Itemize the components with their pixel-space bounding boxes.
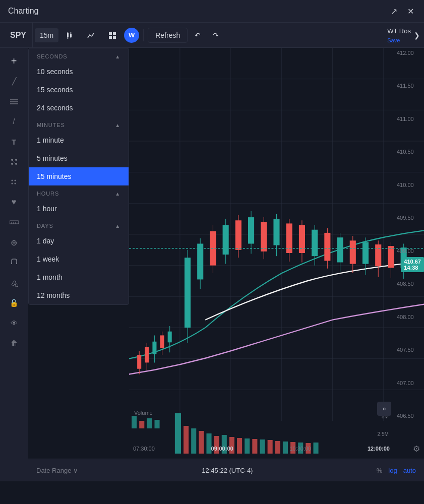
heart-tool-btn[interactable]: ♥ [5,193,23,211]
candlestick-chart [129,48,424,421]
price-4075: 407.50 [397,347,421,353]
svg-rect-82 [350,240,356,264]
delete-tool-btn[interactable]: 🗑 [5,334,23,352]
days-chevron: ▲ [115,223,120,229]
seconds-section-header[interactable]: SECONDS ▲ [29,48,129,62]
1w-item[interactable]: 1 week [29,250,129,268]
time-0730: 07:30:00 [133,446,155,452]
chart-canvas [129,48,424,421]
1m-item[interactable]: 1 minute [29,131,129,149]
minutes-section-header[interactable]: MINUTES ▲ [29,117,129,131]
date-range-button[interactable]: Date Range ∨ [36,467,78,474]
hours-chevron: ▲ [115,191,120,197]
current-price-badge: 410.67 14:38 [401,257,424,272]
zoom-tool-btn[interactable]: ⊕ [5,233,23,251]
magnet-icon [10,259,18,267]
seconds-chevron: ▲ [115,54,120,59]
auto-button[interactable]: auto [403,467,416,474]
percent-button[interactable]: % [377,467,383,474]
15m-item[interactable]: 15 minutes [29,167,129,185]
path-tool-btn[interactable] [5,153,23,171]
close-button[interactable]: ✕ [405,5,416,18]
price-407: 407.00 [397,380,421,386]
external-link-button[interactable]: ↗ [389,5,399,18]
svg-rect-22 [10,221,19,224]
1d-item[interactable]: 1 day [29,232,129,250]
10s-item[interactable]: 10 seconds [29,62,129,81]
svg-rect-8 [109,36,112,39]
wt-ros-label: WT Ros [387,27,411,35]
lock-open-tool-btn[interactable]: 🔓 [5,294,23,312]
arrow-right-icon[interactable]: ❯ [414,31,420,39]
time-1030: 10:30:00 [289,446,311,452]
price-409: 409.00 [397,248,421,254]
svg-rect-64 [235,220,241,250]
price-411: 411.00 [397,116,421,122]
24s-item[interactable]: 24 seconds [29,99,129,117]
measure-icon [10,178,18,186]
save-label[interactable]: Save [387,37,400,43]
1mo-item[interactable]: 1 month [29,268,129,286]
svg-point-14 [15,159,17,161]
1h-item[interactable]: 1 hour [29,200,129,218]
chart-type-button[interactable] [60,28,80,43]
redo-button[interactable]: ↷ [208,28,224,42]
svg-rect-3 [70,34,72,37]
log-button[interactable]: log [388,467,397,474]
chart-settings-button[interactable]: ⚙ [413,444,420,454]
app-title: Charting [8,7,38,16]
timeframe-selector[interactable]: 15m [35,28,58,42]
magnet-tool-btn[interactable] [5,254,23,272]
svg-rect-68 [261,222,267,251]
crosshair-tool-btn[interactable]: + [5,52,23,70]
wt-ros-container: WT Ros Save [387,26,411,44]
bottom-bar-actions: % log auto [377,467,416,474]
days-section-header[interactable]: DAYS ▲ [29,218,129,232]
svg-rect-70 [273,219,279,245]
separator [143,29,144,41]
trend-tool-btn[interactable]: / [5,112,23,131]
svg-rect-76 [312,230,318,256]
ruler-tool-btn[interactable] [5,213,23,231]
price-4095: 409.50 [397,215,421,221]
svg-rect-50 [152,342,156,354]
text-tool-btn[interactable]: T [5,133,23,151]
svg-point-21 [14,183,16,184]
svg-point-18 [11,180,13,181]
price-axis: 412.00 411.50 411.00 410.50 410.00 409.5… [394,48,424,421]
15s-item[interactable]: 15 seconds [29,81,129,99]
svg-point-19 [11,183,13,184]
svg-rect-54 [168,332,172,343]
layout-button[interactable] [103,28,122,43]
time-1200: 12:00:00 [368,446,390,452]
svg-rect-0 [67,33,69,37]
current-time: 14:38 [404,265,421,271]
5m-item[interactable]: 5 minutes [29,149,129,167]
svg-rect-7 [113,32,116,35]
main-layout: + ╱ / T [0,48,424,481]
svg-rect-58 [197,244,203,280]
refresh-button[interactable]: Refresh [148,28,188,43]
hours-section-header[interactable]: HOURS ▲ [29,185,129,200]
w-button[interactable]: W [124,28,139,43]
pencil-lock-tool-btn[interactable] [5,274,23,292]
main-toolbar: SPY 15m W Refresh ↶ ↷ WT Ros Save [0,23,424,48]
price-4085: 408.50 [397,281,421,287]
svg-rect-66 [248,217,254,243]
eye-tool-btn[interactable]: 👁 [5,314,23,332]
price-410: 410.00 [397,182,421,188]
svg-rect-56 [185,258,191,328]
symbol-selector[interactable]: SPY [4,23,33,47]
current-utc-time: 12:45:22 (UTC-4) [78,467,377,474]
minutes-chevron: ▲ [115,122,120,128]
seconds-label: SECONDS [37,53,68,59]
line-tool-btn[interactable]: ╱ [5,72,23,90]
indicator-button[interactable] [82,28,101,43]
hline-tool-btn[interactable] [5,92,23,110]
undo-button[interactable]: ↶ [190,28,206,42]
scroll-right-button[interactable]: » [377,402,391,416]
svg-rect-46 [137,355,141,369]
chart-area: SPY · O 410.6 C 410.67 +0.05 (+0.01%) Fl… [28,48,424,481]
measure-tool-btn[interactable] [5,173,23,191]
12mo-item[interactable]: 12 months [29,286,129,304]
